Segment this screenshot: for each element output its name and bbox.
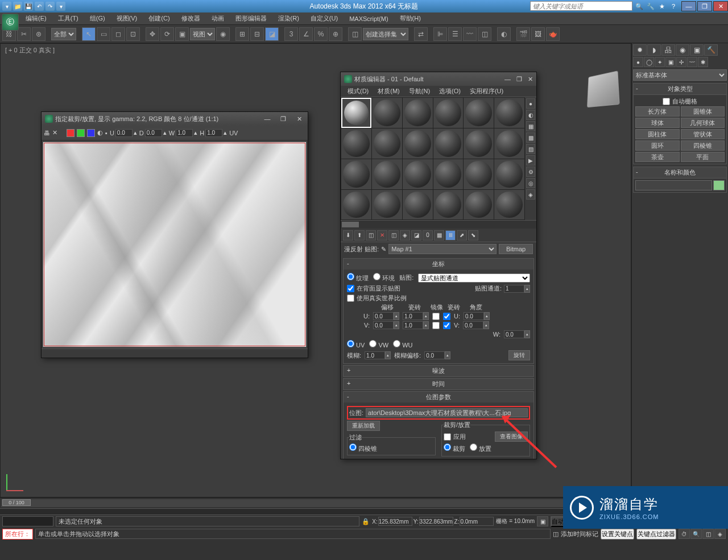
view-image-button[interactable]: 查看图像 xyxy=(495,432,528,442)
crop-x-icon[interactable]: ✕ xyxy=(52,129,57,136)
sample-slot[interactable] xyxy=(494,159,524,189)
lock-icon[interactable]: 🔒 xyxy=(362,518,370,525)
tab-hierarchy-icon[interactable]: 品 xyxy=(661,44,675,56)
scale-icon[interactable]: ▣ xyxy=(175,27,189,41)
menu-edit[interactable]: 编辑(E) xyxy=(20,13,52,24)
show-back-check[interactable] xyxy=(347,285,354,292)
sample-slot[interactable] xyxy=(372,190,402,220)
align-icon[interactable]: ⊫ xyxy=(433,27,447,41)
star-icon[interactable]: ★ xyxy=(657,2,667,11)
video-check-icon[interactable]: ▨ xyxy=(526,144,535,154)
background-icon[interactable]: ▦ xyxy=(526,121,535,131)
nav-zoom2-icon[interactable]: 🔍 xyxy=(690,529,702,539)
bitmap-path-button[interactable]: ator\Desktop\3Dmax大理石材质设置教程\大...石.jpg xyxy=(366,408,528,417)
put-to-scene-icon[interactable]: ⬆ xyxy=(354,230,365,240)
tab-motion-icon[interactable]: ◉ xyxy=(676,44,689,56)
sample-slot[interactable] xyxy=(372,159,402,189)
autogrid-check[interactable] xyxy=(663,98,670,105)
systems-icon[interactable]: ✱ xyxy=(698,57,708,67)
help-icon[interactable]: ? xyxy=(669,2,678,11)
realworld-check[interactable] xyxy=(347,294,354,302)
btn-geosphere[interactable]: 几何球体 xyxy=(681,118,725,128)
sample-slot[interactable] xyxy=(433,98,464,128)
sample-slot[interactable] xyxy=(464,159,494,189)
btn-pyramid[interactable]: 四棱锥 xyxy=(681,140,725,151)
render-setup-icon[interactable]: 🎬 xyxy=(516,27,530,41)
put-library-icon[interactable]: ◪ xyxy=(411,230,421,240)
geometry-icon[interactable]: ● xyxy=(633,57,643,67)
matid-icon[interactable]: ◈ xyxy=(526,189,535,200)
keyfilter-button[interactable]: 关键点过滤器 xyxy=(636,529,676,540)
pick-icon[interactable]: ✎ xyxy=(381,246,386,253)
coord-y[interactable] xyxy=(419,517,453,526)
texture-radio[interactable] xyxy=(347,273,354,280)
noise-rollout[interactable]: 噪波 xyxy=(344,366,533,376)
rotate-button[interactable]: 旋转 xyxy=(508,350,530,360)
sample-slot[interactable] xyxy=(494,190,524,220)
copy-icon[interactable]: ◫ xyxy=(388,230,399,240)
lights-icon[interactable]: ✦ xyxy=(655,57,665,67)
select-name-icon[interactable]: ▭ xyxy=(97,27,110,41)
object-name-field[interactable] xyxy=(635,180,712,190)
menu-animation[interactable]: 动画 xyxy=(206,13,230,24)
percent-snap-icon[interactable]: % xyxy=(314,27,328,41)
setkey-button[interactable]: 设置关键点 xyxy=(601,529,634,540)
add-time-tag[interactable]: 添加时间标记 xyxy=(561,530,598,538)
sample-slot[interactable] xyxy=(464,128,494,159)
crop-close-icon[interactable]: ✕ xyxy=(294,115,304,123)
menu-grapheditors[interactable]: 图形编辑器 xyxy=(230,13,272,24)
crop-alpha-icon[interactable]: ◐ xyxy=(97,129,103,136)
object-color-swatch[interactable] xyxy=(713,180,725,190)
show-map-icon[interactable]: ▦ xyxy=(434,230,444,240)
btn-box[interactable]: 长方体 xyxy=(635,106,680,117)
mat-menu-util[interactable]: 实用程序(U) xyxy=(465,86,508,97)
menu-modifiers[interactable]: 修改器 xyxy=(176,13,206,24)
crop-print-icon[interactable]: 🖶 xyxy=(44,130,50,136)
crop-rect[interactable] xyxy=(44,143,305,346)
uvtile-icon[interactable]: ▩ xyxy=(526,132,535,143)
move-icon[interactable]: ✥ xyxy=(146,27,159,41)
crop-image-preview[interactable] xyxy=(43,142,307,347)
mat-min-icon[interactable]: — xyxy=(504,76,511,83)
helpers-icon[interactable]: ✢ xyxy=(676,57,686,67)
mat-max-icon[interactable]: ❐ xyxy=(516,76,522,83)
crop-mono-icon[interactable]: ▪ xyxy=(105,130,107,136)
bitmap-rollout-header[interactable]: 位图参数 xyxy=(344,392,533,403)
sample-slot[interactable] xyxy=(341,190,371,220)
mat-menu-material[interactable]: 材质(M) xyxy=(373,86,404,97)
reload-button[interactable]: 重新加载 xyxy=(347,421,380,431)
time-rollout[interactable]: 时间 xyxy=(344,379,533,389)
sample-slot[interactable] xyxy=(494,98,524,128)
editnamed-icon[interactable]: ◫ xyxy=(348,27,362,41)
new-icon[interactable]: ▾ xyxy=(2,2,11,11)
window-crossing-icon[interactable]: ⊡ xyxy=(126,27,140,41)
tab-display-icon[interactable]: ▣ xyxy=(690,44,704,56)
snap-icon[interactable]: ◪ xyxy=(265,27,279,41)
menu-customize[interactable]: 自定义(U) xyxy=(305,13,344,24)
mat-menu-nav[interactable]: 导航(N) xyxy=(404,86,435,97)
show-end-icon[interactable]: Ⅲ xyxy=(445,230,456,240)
primitive-type[interactable]: 标准基本体 xyxy=(633,69,727,81)
keymode-icon[interactable]: ⊟ xyxy=(250,27,264,41)
unlink-icon[interactable]: ✂ xyxy=(17,27,31,41)
tab-modify-icon[interactable]: ◗ xyxy=(647,44,661,56)
tab-create-icon[interactable]: ✹ xyxy=(633,44,647,56)
map-type-button[interactable]: Bitmap xyxy=(499,244,533,254)
coord-z[interactable] xyxy=(460,517,494,526)
tab-utilities-icon[interactable]: 🔨 xyxy=(704,44,718,56)
search-input[interactable] xyxy=(530,1,632,11)
environ-radio[interactable] xyxy=(373,273,380,280)
minimize-button[interactable]: — xyxy=(681,1,696,11)
pivot-icon[interactable]: ◉ xyxy=(216,27,230,41)
apply-check[interactable] xyxy=(444,433,451,441)
search-icon[interactable]: 🔍 xyxy=(635,2,644,11)
viewport-label[interactable]: [ + 0 正交 0 真实 ] xyxy=(5,46,55,55)
app-menu-icon[interactable]: Ⓔ xyxy=(2,14,19,31)
spacewarps-icon[interactable]: 〰 xyxy=(687,57,697,67)
sample-slot[interactable] xyxy=(403,98,433,128)
sample-slot[interactable] xyxy=(464,98,494,128)
select-icon[interactable]: ↖ xyxy=(82,27,96,41)
bind-icon[interactable]: ⊛ xyxy=(32,27,46,41)
sample-slot[interactable] xyxy=(464,190,494,220)
wu-radio[interactable] xyxy=(393,340,400,347)
